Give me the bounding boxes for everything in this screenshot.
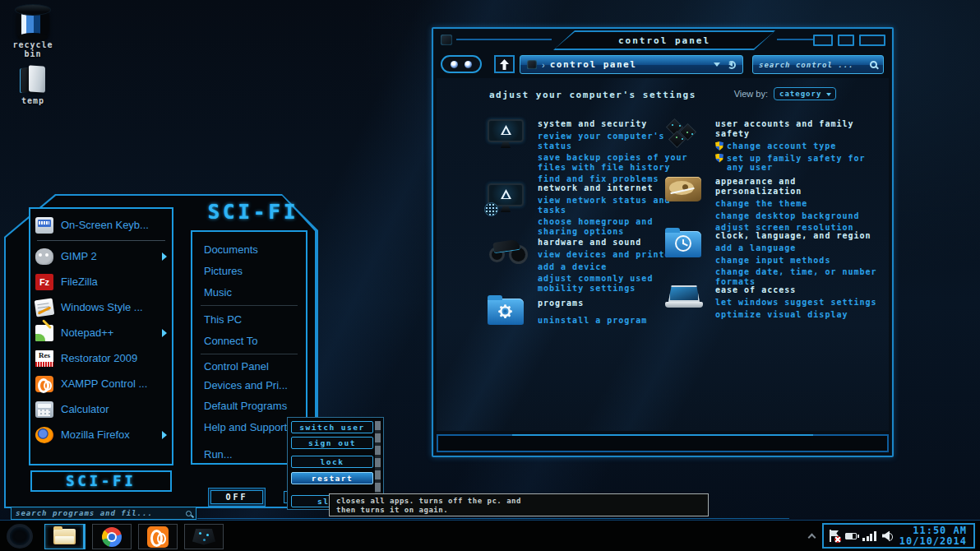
notepad-plus-plus-icon xyxy=(35,325,53,341)
power-menu-sign-out[interactable]: sign out xyxy=(291,437,373,449)
ease-of-access-icon[interactable] xyxy=(665,285,703,310)
system-security-icon[interactable] xyxy=(488,119,524,142)
taskbar-file-explorer[interactable] xyxy=(44,524,84,549)
minimize-button[interactable] xyxy=(813,35,833,46)
category-link[interactable]: optimize visual display xyxy=(715,310,877,320)
submenu-arrow-icon xyxy=(162,431,167,439)
address-bar[interactable]: › control panel xyxy=(520,55,743,74)
back-button[interactable] xyxy=(451,61,458,68)
category-programs: programs uninstall a program xyxy=(488,299,690,326)
battery-icon[interactable] xyxy=(845,533,857,539)
start-menu-place-default-programs[interactable]: Default Programs xyxy=(204,395,306,416)
programs-icon[interactable] xyxy=(488,299,524,325)
start-menu-item-windows-style[interactable]: Windows Style ... xyxy=(35,294,167,320)
control-panel-content: adjust your computer's settings View by:… xyxy=(437,78,889,431)
category-link[interactable]: add a language xyxy=(715,243,881,253)
start-menu-item-xampp[interactable]: XAMPP Control ... xyxy=(35,371,167,396)
start-menu-place-music[interactable]: Music xyxy=(204,281,306,303)
hardware-sound-icon[interactable] xyxy=(488,238,525,262)
xampp-icon xyxy=(35,376,53,392)
page-title: adjust your computer's settings xyxy=(489,90,696,100)
forward-button[interactable] xyxy=(465,61,472,68)
gear-icon xyxy=(497,303,514,320)
title-bar[interactable]: control panel xyxy=(433,29,892,53)
category-network-and-internet: network and internet view network status… xyxy=(488,183,690,236)
category-title[interactable]: user accounts and family safety xyxy=(715,119,881,139)
category-title[interactable]: ease of access xyxy=(715,285,877,295)
category-link[interactable]: change desktop background xyxy=(715,211,881,221)
power-menu-lock[interactable]: lock xyxy=(291,456,373,468)
view-by-value: category xyxy=(779,90,821,98)
category-title[interactable]: programs xyxy=(538,299,647,308)
start-menu-item-calculator[interactable]: Calculator xyxy=(35,396,167,422)
category-ease-of-access: ease of access let windows suggest setti… xyxy=(665,285,881,319)
category-clock-language-region: clock, language, and region add a langua… xyxy=(665,231,881,286)
appearance-icon[interactable] xyxy=(665,177,701,201)
volume-icon[interactable] xyxy=(882,531,893,541)
off-button[interactable]: OFF xyxy=(210,490,263,504)
chevron-down-icon xyxy=(826,93,831,99)
start-menu-place-control-panel[interactable]: Control Panel xyxy=(204,357,306,376)
desktop-icon-recycle-bin[interactable]: recycle bin xyxy=(7,8,59,58)
power-menu-switch-user[interactable]: switch user xyxy=(291,421,373,433)
start-search-input[interactable]: search programs and fil... xyxy=(11,507,196,520)
menu-divider xyxy=(201,305,298,306)
category-link[interactable]: change account type xyxy=(715,141,881,151)
start-menu-item-gimp[interactable]: GIMP 2 xyxy=(35,243,167,269)
category-hardware-and-sound: hardware and sound view devices and prin… xyxy=(488,238,690,293)
start-menu-item-on-screen-keyboard[interactable]: On-Screen Keyb... xyxy=(35,212,167,238)
start-menu-place-pictures[interactable]: Pictures xyxy=(204,260,306,281)
gimp-icon xyxy=(35,248,53,265)
tray-clock[interactable]: 11:50 AM 10/10/2014 xyxy=(899,526,968,547)
menu-divider xyxy=(37,240,165,241)
start-menu-item-firefox[interactable]: Mozilla Firefox xyxy=(35,422,167,447)
start-menu-item-restorator[interactable]: Res Restorator 2009 xyxy=(35,345,167,371)
desktop-icon-temp[interactable]: temp xyxy=(7,66,59,105)
start-menu-item-filezilla[interactable]: Fz FileZilla xyxy=(35,269,167,294)
start-menu-place-devices-and-printers[interactable]: Devices and Pri... xyxy=(204,376,306,395)
search-icon[interactable] xyxy=(870,61,877,68)
taskbar-scifi-app[interactable] xyxy=(184,524,224,549)
temp-folder-icon xyxy=(18,66,48,94)
start-button[interactable] xyxy=(7,524,33,549)
window-icon xyxy=(441,35,452,45)
category-link[interactable]: change input methods xyxy=(715,256,881,266)
category-title[interactable]: appearance and personalization xyxy=(715,177,881,197)
network-internet-icon[interactable] xyxy=(488,183,524,206)
search-control-panel-input[interactable]: search control ... xyxy=(752,55,884,74)
window-title-tab: control panel xyxy=(553,30,775,50)
breadcrumb: control panel xyxy=(550,59,637,70)
system-tray: 11:50 AM 10/10/2014 xyxy=(822,523,975,549)
start-menu-place-connect-to[interactable]: Connect To xyxy=(204,330,306,351)
back-forward-buttons[interactable] xyxy=(441,55,482,73)
programs-panel: On-Screen Keyb... GIMP 2 Fz FileZilla Wi… xyxy=(29,207,173,465)
taskbar-chrome[interactable] xyxy=(92,524,132,549)
network-signal-icon[interactable] xyxy=(862,531,876,541)
power-menu-restart[interactable]: restart xyxy=(291,472,373,484)
start-menu-place-this-pc[interactable]: This PC xyxy=(204,308,306,330)
category-title[interactable]: clock, language, and region xyxy=(715,231,881,241)
hidden-icons-chevron[interactable] xyxy=(807,530,817,541)
tooltip-text: closes all apps. turns off the pc. and t… xyxy=(330,494,540,515)
user-accounts-icon[interactable] xyxy=(665,119,703,149)
start-menu-item-notepad-plus-plus[interactable]: Notepad++ xyxy=(35,320,167,345)
close-button[interactable] xyxy=(859,35,885,46)
category-link[interactable]: set up family safety for any user xyxy=(715,154,881,173)
action-center-flag-icon[interactable] xyxy=(829,530,839,542)
view-by-dropdown[interactable]: category xyxy=(774,87,836,100)
clock-language-icon[interactable] xyxy=(665,231,701,257)
address-dropdown-icon[interactable] xyxy=(714,63,720,70)
category-link[interactable]: uninstall a program xyxy=(538,316,647,326)
start-menu-place-documents[interactable]: Documents xyxy=(204,238,306,260)
recycle-bin-icon xyxy=(16,8,49,38)
navigation-toolbar: › control panel search control ... xyxy=(433,53,892,78)
category-link[interactable]: change date, time, or number formats xyxy=(715,267,881,286)
up-button[interactable] xyxy=(494,55,515,73)
window-title: control panel xyxy=(618,35,710,46)
maximize-button[interactable] xyxy=(838,35,854,46)
refresh-icon[interactable] xyxy=(728,61,736,69)
category-link[interactable]: change the theme xyxy=(715,199,881,209)
taskbar-xampp[interactable] xyxy=(138,524,178,549)
sleep-tooltip: closes all apps. turns off the pc. and t… xyxy=(329,493,709,516)
category-link[interactable]: let windows suggest settings xyxy=(715,298,877,308)
